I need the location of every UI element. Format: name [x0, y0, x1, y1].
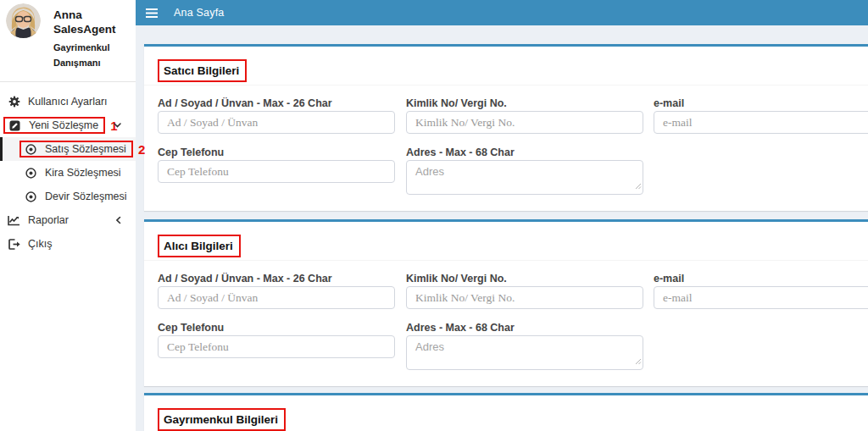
section-header: Satıcı Bilgileri — [144, 47, 868, 86]
sidebar-menu: Kullanıcı Ayarları Yeni Sözleşme 1 — [0, 90, 136, 256]
phone-label: Cep Telefonu — [158, 145, 395, 160]
section-alici-bilgileri: Alıcı Bilgileri Ad / Soyad / Ünvan - Max… — [144, 219, 868, 386]
line-chart-icon — [8, 215, 20, 226]
sidebar-item-devir-sozlesmesi[interactable]: Devir Sözleşmesi — [0, 185, 136, 208]
section-header: Alıcı Bilgileri — [144, 222, 868, 261]
sidebar-divider — [0, 81, 136, 82]
chevron-down-icon — [114, 123, 121, 128]
id-input[interactable] — [406, 286, 643, 309]
id-input[interactable] — [406, 111, 643, 134]
sidebar-item-satis-sozlesmesi[interactable]: Satış Sözleşmesi 2 — [0, 137, 136, 161]
section-gayrimenkul-bilgileri: Gayrımenkul Bilgileri — [144, 393, 868, 431]
sidebar-item-label: Yeni Sözleşme — [29, 119, 98, 131]
sidebar: Anna SalesAgent Gayrimenkul Danışmanı — [0, 0, 136, 431]
email-input[interactable] — [654, 286, 868, 309]
section-title: Alıcı Bilgileri — [164, 240, 233, 252]
annotation-box-2: Satış Sözleşmesi — [19, 141, 133, 157]
phone-input[interactable] — [158, 335, 395, 358]
sidebar-item-kullanici-ayarlari[interactable]: Kullanıcı Ayarları — [0, 90, 136, 113]
sidebar-item-label: Satış Sözleşmesi — [45, 143, 126, 155]
sidebar-item-label: Çıkış — [28, 238, 52, 250]
email-input[interactable] — [654, 111, 868, 134]
sidebar-item-label: Raporlar — [28, 214, 69, 226]
sidebar-item-kira-sozlesmesi[interactable]: Kira Sözleşmesi — [0, 161, 136, 185]
dot-circle-icon — [25, 191, 37, 202]
name-input[interactable] — [158, 111, 395, 134]
address-label: Adres - Max - 68 Char — [406, 320, 643, 335]
sidebar-item-label: Kullanıcı Ayarları — [28, 96, 108, 108]
section-satici-bilgileri: Satıcı Bilgileri Ad / Soyad / Ünvan - Ma… — [144, 44, 868, 211]
user-profile: Anna SalesAgent Gayrimenkul Danışmanı — [0, 0, 136, 78]
section-header: Gayrımenkul Bilgileri — [144, 395, 868, 431]
section-body: Ad / Soyad / Ünvan - Max - 26 Char Kimli… — [144, 86, 868, 211]
name-label: Ad / Soyad / Ünvan - Max - 26 Char — [158, 271, 395, 286]
chevron-left-icon — [116, 217, 121, 224]
sidebar-item-yeni-sozlesme[interactable]: Yeni Sözleşme 1 — [0, 113, 136, 137]
main-content: Satıcı Bilgileri Ad / Soyad / Ünvan - Ma… — [136, 25, 868, 431]
annotation-box-gayrimenkul: Gayrımenkul Bilgileri — [158, 408, 286, 431]
section-title: Gayrımenkul Bilgileri — [164, 413, 278, 426]
sidebar-item-raporlar[interactable]: Raporlar — [0, 208, 136, 232]
phone-input[interactable] — [158, 160, 395, 183]
email-label: e-mail — [654, 96, 868, 111]
page-title: Ana Sayfa — [174, 7, 224, 19]
annotation-box-alici: Alıcı Bilgileri — [158, 235, 241, 257]
address-textarea[interactable] — [406, 160, 643, 195]
name-input[interactable] — [158, 286, 395, 309]
sidebar-item-label: Kira Sözleşmesi — [45, 167, 121, 179]
section-title: Satıcı Bilgileri — [164, 64, 239, 77]
sidebar-item-label: Devir Sözleşmesi — [45, 191, 127, 202]
dot-circle-icon — [25, 144, 37, 155]
sign-out-icon — [8, 239, 20, 250]
gear-icon — [8, 96, 20, 108]
address-label: Adres - Max - 68 Char — [406, 145, 643, 160]
hamburger-menu-icon[interactable] — [136, 0, 168, 25]
edit-icon — [8, 120, 21, 131]
user-role: Gayrimenkul Danışmanı — [53, 41, 116, 69]
annotation-box-satici: Satıcı Bilgileri — [158, 59, 247, 82]
annotation-box-1: Yeni Sözleşme — [3, 117, 105, 134]
sidebar-item-cikis[interactable]: Çıkış — [0, 232, 136, 256]
section-body: Ad / Soyad / Ünvan - Max - 26 Char Kimli… — [144, 261, 868, 386]
name-label: Ad / Soyad / Ünvan - Max - 26 Char — [158, 96, 395, 111]
address-textarea[interactable] — [406, 335, 643, 370]
annotation-number-2: 2 — [138, 142, 145, 157]
user-name: Anna SalesAgent — [53, 8, 116, 36]
email-label: e-mail — [654, 271, 868, 286]
dot-circle-icon — [25, 168, 37, 179]
topbar: Ana Sayfa — [136, 0, 868, 25]
phone-label: Cep Telefonu — [158, 320, 395, 335]
id-label: Kimlik No/ Vergi No. — [406, 96, 643, 111]
avatar — [6, 3, 41, 38]
id-label: Kimlik No/ Vergi No. — [406, 271, 643, 286]
